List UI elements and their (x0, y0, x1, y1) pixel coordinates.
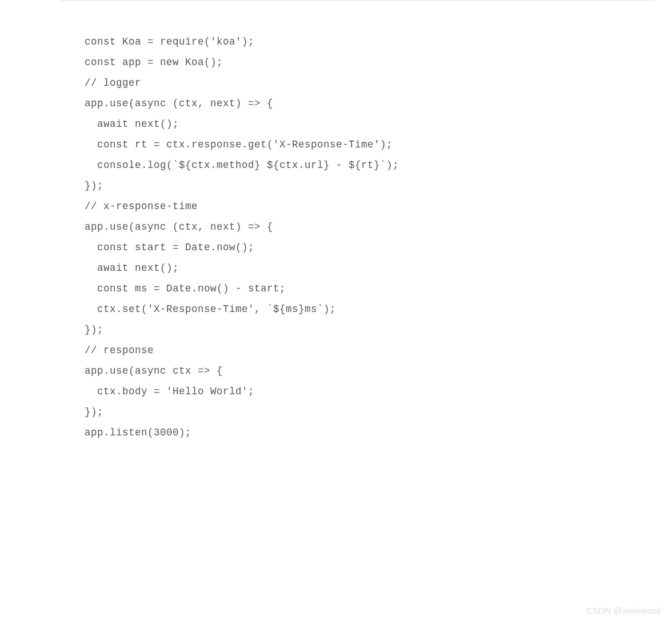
code-line: // logger (85, 73, 655, 93)
code-block: const Koa = require('koa'); const app = … (0, 0, 672, 460)
code-line: console.log(`${ctx.method} ${ctx.url} - … (85, 155, 655, 175)
code-line: // x-response-time (85, 196, 655, 217)
code-line: const app = new Koa(); (85, 52, 655, 73)
code-line: const rt = ctx.response.get('X-Response-… (85, 134, 655, 155)
top-divider (60, 0, 655, 1)
code-line: app.use(async (ctx, next) => { (85, 93, 655, 114)
code-line: await next(); (85, 258, 655, 278)
watermark-text: CSDN @weiweicnl (586, 606, 661, 615)
code-line: ctx.set('X-Response-Time', `${ms}ms`); (85, 299, 655, 319)
code-line: }); (85, 402, 655, 422)
code-line: ctx.body = 'Hello World'; (85, 381, 655, 402)
code-line: }); (85, 319, 655, 340)
code-line: const Koa = require('koa'); (85, 31, 655, 52)
code-line: const start = Date.now(); (85, 237, 655, 258)
code-line: app.listen(3000); (85, 422, 655, 443)
code-line: const ms = Date.now() - start; (85, 278, 655, 299)
code-line: await next(); (85, 114, 655, 134)
code-line: app.use(async ctx => { (85, 361, 655, 381)
code-line: // response (85, 340, 655, 361)
code-line: }); (85, 175, 655, 196)
code-line: app.use(async (ctx, next) => { (85, 217, 655, 237)
